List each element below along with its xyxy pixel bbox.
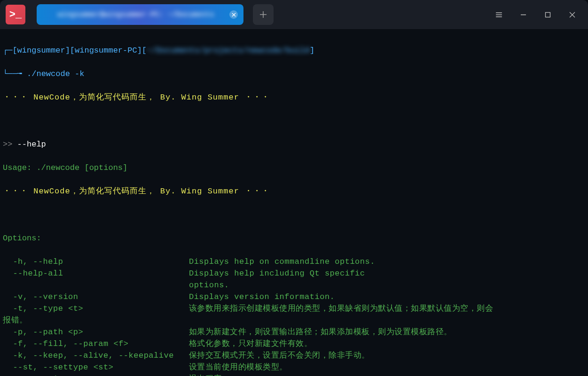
banner-2: ・・・ NewCode，为简化写代码而生， By. Wing Summer ・・… [3,185,585,197]
window-controls [486,5,584,24]
minimize-button[interactable] [511,5,535,24]
option-row: -t, --type <t> 该参数用来指示创建模板使用的类型，如果缺省则为默认… [3,303,585,315]
banner-1: ・・・ NewCode，为简化写代码而生， By. Wing Summer ・・… [3,92,585,103]
maximize-button[interactable] [535,5,560,24]
options-list: -h, --help Displays help on commandline … [3,256,585,376]
svg-rect-8 [545,12,550,17]
help-cmd: --help [17,140,46,149]
options-header: Options: [3,232,585,244]
prompt-host: wingsummer-PC [75,46,137,55]
option-row: -p, --path <p> 如果为新建文件，则设置输出路径；如果添加模板，则为… [3,326,585,338]
option-row: -k, --keep, --alive, --keepalive 保持交互模式开… [3,350,585,361]
usage-line: Usage: ./newcode [options] [3,162,585,174]
prompt-user: wingsummer [17,46,65,55]
app-icon: >_ [6,5,25,24]
option-row: -h, --help Displays help on commandline … [3,256,585,268]
terminal-output[interactable]: ┌─[wingsummer][wingsummer-PC][~/Document… [0,29,588,376]
close-button[interactable] [560,5,584,24]
option-row: --st, --settype <st> 设置当前使用的模板类型。 [3,361,585,373]
active-tab[interactable]: wingsummer@wingsummer-PC: ~/Documents [37,4,243,25]
prompt-decor-top: ┌─ [3,45,12,56]
app-icon-glyph: >_ [9,9,22,21]
help-prompt: >> [3,140,12,149]
tab-close-button[interactable] [229,10,238,19]
prompt-line-2: └──╼ ./newcode -k [3,68,585,80]
prompt-line-1: ┌─[wingsummer][wingsummer-PC][~/Document… [3,45,585,56]
tab-title: wingsummer@wingsummer-PC: ~/Documents [42,11,229,19]
new-tab-button[interactable] [253,4,274,25]
help-input-line: >> --help [3,138,585,150]
option-row: --help-all Displays help including Qt sp… [3,268,585,279]
prompt-decor-bottom: └──╼ [3,68,22,80]
option-row: 报错。 [3,315,585,326]
menu-button[interactable] [486,5,511,24]
option-row: -v, --version Displays version informati… [3,291,585,303]
prompt-path: ~/Documents/projects/newcode/build [147,46,310,55]
option-row: options. [3,279,585,291]
option-row: -f, --fill, --param <f> 格式化参数，只对新建文件有效。 [3,338,585,350]
prompt-command: ./newcode -k [27,69,84,78]
option-row: -q, --quit 退出程序。 [3,373,585,376]
titlebar: >_ wingsummer@wingsummer-PC: ~/Documents [0,0,588,29]
